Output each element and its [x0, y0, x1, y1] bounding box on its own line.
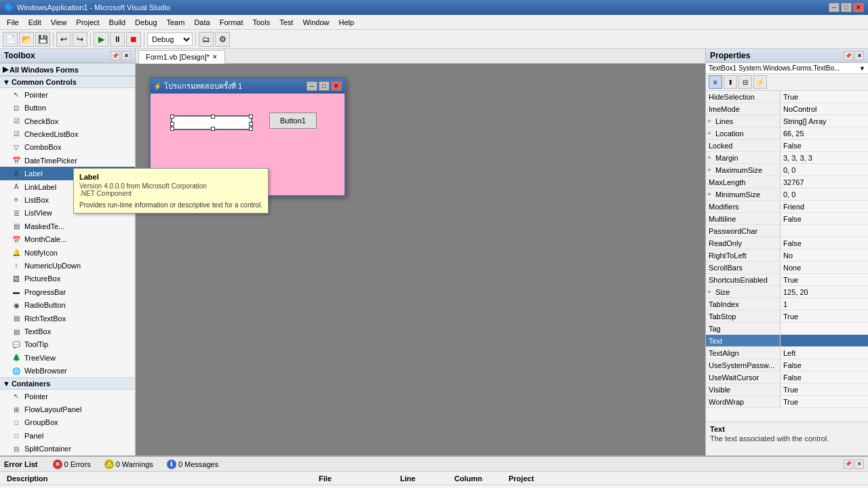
prop-row-tabstop[interactable]: TabStop True [706, 310, 868, 323]
toolbox-item-monthcalendar[interactable]: 📅 MonthCale... [0, 232, 135, 245]
prop-value-scrollbars[interactable]: None [781, 262, 868, 273]
designer-tab-close[interactable]: ✕ [212, 54, 218, 60]
toolbox-item-pointer[interactable]: ↖ Pointer [0, 88, 135, 101]
prop-row-lines[interactable]: Lines String[] Array [706, 115, 868, 127]
prop-row-minimumsize[interactable]: MinimumSize 0, 0 [706, 188, 868, 201]
prop-value-righttoleft[interactable]: No [781, 249, 868, 261]
toolbox-close-button[interactable]: ✕ [121, 51, 131, 60]
messages-tab[interactable]: ℹ 0 Messages [163, 458, 222, 470]
prop-row-imemode[interactable]: ImeMode NoControl [706, 103, 868, 115]
prop-value-hideselection[interactable]: True [781, 91, 868, 102]
toolbox-item-radiobutton[interactable]: ◉ RadioButton [0, 299, 135, 312]
prop-value-maxlength[interactable]: 32767 [781, 176, 868, 188]
prop-alphabetical-button[interactable]: ⬆ [724, 75, 737, 89]
properties-target-dropdown[interactable]: ▼ [859, 65, 865, 72]
stop-button[interactable]: ⏹ [126, 32, 141, 47]
toolbox-item-richtextbox[interactable]: ▤ RichTextBox [0, 312, 135, 325]
prop-row-multiline[interactable]: Multiline False [706, 213, 868, 225]
form-close-button[interactable]: ✕ [331, 81, 342, 91]
toolbox-item-groupbox[interactable]: □ GroupBox [0, 416, 135, 429]
prop-row-tabindex[interactable]: TabIndex 1 [706, 298, 868, 310]
menu-format[interactable]: Format [216, 17, 248, 28]
form-minimize-button[interactable]: ─ [307, 81, 317, 91]
prop-value-usesystempassword[interactable]: False [781, 359, 868, 371]
toolbox-item-treeview[interactable]: 🌲 TreeView [0, 351, 135, 364]
textbox-control[interactable] [171, 115, 252, 130]
minimize-button[interactable]: ─ [829, 3, 840, 12]
prop-events-button[interactable]: ⚡ [753, 75, 767, 89]
prop-row-passwordchar[interactable]: PasswordChar [706, 225, 868, 237]
toolbox-pin-button[interactable]: 📌 [111, 51, 120, 60]
toolbox-item-button[interactable]: ⊡ Button [0, 101, 135, 114]
toolbox-item-combobox[interactable]: ▽ ComboBox [0, 141, 135, 154]
menu-file[interactable]: File [3, 17, 23, 28]
toolbox-item-panel[interactable]: □ Panel [0, 429, 135, 442]
properties-target[interactable]: TextBox1 System.Windows.Forms.TextBo... … [706, 63, 868, 74]
prop-row-readonly[interactable]: ReadOnly False [706, 237, 868, 249]
prop-row-location[interactable]: Location 66, 25 [706, 127, 868, 140]
prop-row-usewaitcursor[interactable]: UseWaitCursor False [706, 371, 868, 384]
prop-value-readonly[interactable]: False [781, 237, 868, 249]
prop-value-modifiers[interactable]: Friend [781, 201, 868, 212]
prop-value-tabindex[interactable]: 1 [781, 298, 868, 310]
prop-row-textalign[interactable]: TextAlign Left [706, 347, 868, 359]
start-button[interactable]: ▶ [94, 32, 108, 47]
toolbox-item-tooltip[interactable]: 💬 ToolTip [0, 338, 135, 351]
prop-value-margin[interactable]: 3, 3, 3, 3 [781, 152, 868, 163]
prop-row-text[interactable]: Text [706, 335, 868, 347]
toolbox-item-datetimepicker[interactable]: 📅 DateTimePicker [0, 154, 135, 167]
resize-handle-tr[interactable] [249, 115, 253, 119]
prop-row-scrollbars[interactable]: ScrollBars None [706, 262, 868, 274]
toolbox-item-progressbar[interactable]: ▬ ProgressBar [0, 285, 135, 298]
toolbox-section-all-windows[interactable]: ▶All Windows Forms [0, 63, 135, 76]
warnings-tab[interactable]: ⚠ 0 Warnings [100, 458, 157, 470]
redo-button[interactable]: ↪ [73, 32, 87, 47]
toolbox-item-textbox[interactable]: ▤ TextBox [0, 325, 135, 338]
undo-button[interactable]: ↩ [56, 32, 71, 47]
prop-value-shortcutsenabled[interactable]: True [781, 274, 868, 285]
resize-handle-tm[interactable] [211, 115, 215, 119]
save-button[interactable]: 💾 [35, 32, 50, 47]
toolbox-section-containers[interactable]: ▼Containers [0, 378, 135, 390]
menu-team[interactable]: Team [163, 17, 189, 28]
toolbox-item-notifyicon[interactable]: 🔔 NotifyIcon [0, 246, 135, 259]
menu-build[interactable]: Build [105, 17, 130, 28]
title-bar-controls[interactable]: ─ □ ✕ [829, 3, 864, 12]
toolbox-item-flowlayoutpanel[interactable]: ⊞ FlowLayoutPanel [0, 403, 135, 415]
prop-row-tag[interactable]: Tag [706, 323, 868, 335]
prop-value-lines[interactable]: String[] Array [781, 115, 868, 127]
prop-row-modifiers[interactable]: Modifiers Friend [706, 201, 868, 213]
menu-test[interactable]: Test [275, 17, 297, 28]
errors-tab[interactable]: ✕ 0 Errors [49, 458, 95, 470]
menu-window[interactable]: Window [298, 17, 333, 28]
menu-data[interactable]: Data [190, 17, 214, 28]
toolbox-section-common[interactable]: ▼Common Controls [0, 76, 135, 88]
prop-value-tag[interactable] [781, 323, 868, 334]
prop-value-imemode[interactable]: NoControl [781, 103, 868, 115]
prop-value-minimumsize[interactable]: 0, 0 [781, 188, 868, 200]
toolbox-item-checkedlistbox[interactable]: ☑ CheckedListBox [0, 127, 135, 140]
form-maximize-button[interactable]: □ [319, 81, 330, 91]
solution-explorer-button[interactable]: 🗂 [199, 32, 214, 47]
prop-categorized-button[interactable]: ≡ [709, 75, 722, 89]
toolbox-item-splitcontainer[interactable]: ⊟ SplitContainer [0, 443, 135, 455]
menu-view[interactable]: View [47, 17, 71, 28]
prop-row-shortcutsenabled[interactable]: ShortcutsEnabled True [706, 274, 868, 286]
resize-handle-tl[interactable] [170, 115, 174, 119]
toolbox-item-picturebox[interactable]: 🖼 PictureBox [0, 272, 135, 285]
error-panel-close-button[interactable]: ✕ [854, 460, 864, 469]
prop-value-usewaitcursor[interactable]: False [781, 371, 868, 383]
designer-tab[interactable]: Form1.vb [Design]* ✕ [138, 50, 225, 64]
button-control[interactable]: Button1 [269, 113, 317, 129]
menu-project[interactable]: Project [72, 17, 103, 28]
prop-row-hideselection[interactable]: HideSelection True [706, 91, 868, 103]
toolbox-item-maskedtextbox[interactable]: ▤ MaskedTe... [0, 220, 135, 232]
prop-row-margin[interactable]: Margin 3, 3, 3, 3 [706, 152, 868, 164]
properties-window-button[interactable]: ⚙ [215, 32, 230, 47]
prop-row-usesystempassword[interactable]: UseSystemPassw... False [706, 359, 868, 371]
prop-row-righttoleft[interactable]: RightToLeft No [706, 249, 868, 262]
menu-debug[interactable]: Debug [131, 17, 161, 28]
toolbox-item-webbrowser[interactable]: 🌐 WebBrowser [0, 365, 135, 378]
form-titlebar-controls[interactable]: ─ □ ✕ [307, 81, 342, 91]
prop-value-tabstop[interactable]: True [781, 310, 868, 322]
